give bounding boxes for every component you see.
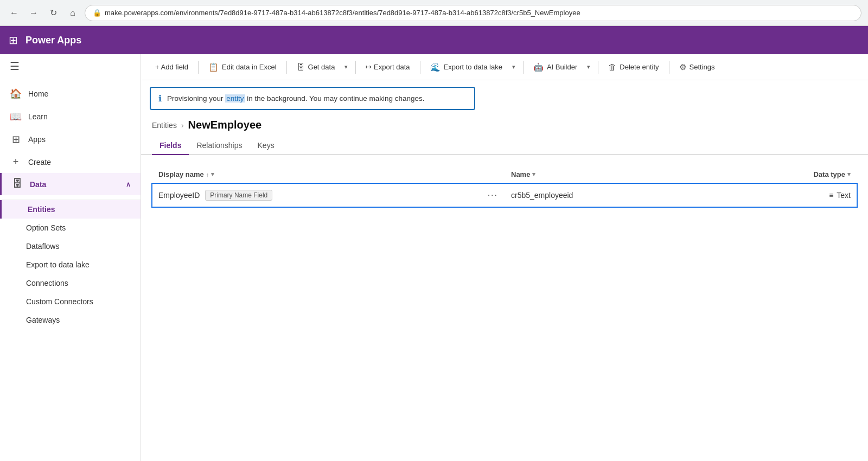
toolbar-divider-7 bbox=[669, 61, 669, 74]
add-field-label: + Add field bbox=[155, 63, 188, 71]
get-data-dropdown-button[interactable]: ▾ bbox=[341, 60, 351, 74]
waffle-icon[interactable]: ⊞ bbox=[9, 34, 18, 47]
employee-display-name-cell: EmployeeID Primary Name Field ··· bbox=[152, 183, 505, 208]
home-icon: 🏠 bbox=[10, 88, 22, 100]
get-data-btn-group: 🗄 Get data ▾ bbox=[291, 59, 352, 75]
get-data-button[interactable]: 🗄 Get data bbox=[291, 59, 341, 75]
table-header-row: Display name ↑ ▾ Name ▾ bbox=[152, 166, 857, 183]
export-data-label: ↦ Export data bbox=[366, 63, 410, 71]
name-filter-icon: ▾ bbox=[532, 171, 535, 178]
sidebar-top-nav: 🏠 Home 📖 Learn ⊞ Apps + Create 🗄 Da bbox=[0, 78, 141, 200]
apps-icon: ⊞ bbox=[10, 133, 22, 145]
tab-keys[interactable]: Keys bbox=[250, 137, 282, 155]
tab-relationships-label: Relationships bbox=[196, 141, 242, 150]
settings-icon: ⚙ bbox=[679, 62, 686, 72]
ai-builder-icon: 🤖 bbox=[533, 62, 544, 72]
tab-fields-label: Fields bbox=[159, 141, 181, 150]
gateways-label: Gateways bbox=[26, 316, 60, 324]
data-icon: 🗄 bbox=[11, 178, 23, 190]
info-icon: ℹ bbox=[158, 93, 162, 104]
edit-excel-button[interactable]: 📋 Edit data in Excel bbox=[203, 59, 282, 75]
submenu-item-dataflows[interactable]: Dataflows bbox=[0, 237, 141, 255]
forward-button[interactable]: → bbox=[26, 5, 41, 21]
data-expand-icon: ∧ bbox=[126, 181, 131, 188]
export-data-button[interactable]: ↦ Export data bbox=[360, 60, 415, 74]
col-header-name[interactable]: Name ▾ bbox=[505, 166, 716, 183]
toolbar-divider-1 bbox=[198, 61, 199, 74]
toolbar-divider-6 bbox=[598, 61, 598, 74]
main-content: + Add field 📋 Edit data in Excel 🗄 Get d… bbox=[141, 54, 868, 461]
primary-name-badge: Primary Name Field bbox=[205, 190, 272, 201]
ai-builder-chevron-icon: ▾ bbox=[587, 63, 590, 71]
employee-data-type: Text bbox=[837, 191, 851, 200]
sidebar-item-learn[interactable]: 📖 Learn bbox=[0, 105, 141, 128]
export-lake-label: Export to data lake bbox=[444, 63, 502, 71]
browser-chrome: ← → ↻ ⌂ 🔒 make.powerapps.com/environment… bbox=[0, 0, 868, 26]
delete-entity-button[interactable]: 🗑 Delete entity bbox=[603, 59, 664, 75]
tab-relationships[interactable]: Relationships bbox=[189, 137, 250, 155]
breadcrumb-entities-link[interactable]: Entities bbox=[152, 121, 177, 130]
back-button[interactable]: ← bbox=[7, 5, 22, 21]
toolbar-divider-4 bbox=[420, 61, 420, 74]
url-text: make.powerapps.com/environments/7ed8d91e… bbox=[105, 9, 580, 17]
ai-builder-dropdown-button[interactable]: ▾ bbox=[584, 60, 593, 74]
sidebar-item-home[interactable]: 🏠 Home bbox=[0, 82, 141, 105]
ai-builder-button[interactable]: 🤖 AI Builder bbox=[528, 59, 583, 75]
toolbar-divider-3 bbox=[355, 61, 356, 74]
submenu-item-option-sets[interactable]: Option Sets bbox=[0, 219, 141, 237]
export-lake-btn-group: 🌊 Export to data lake ▾ bbox=[425, 59, 519, 75]
row-actions-button[interactable]: ··· bbox=[488, 190, 498, 200]
export-lake-dropdown-button[interactable]: ▾ bbox=[509, 60, 519, 74]
add-field-button[interactable]: + Add field bbox=[150, 60, 194, 74]
employee-display-name: EmployeeID bbox=[158, 191, 200, 200]
home-button[interactable]: ⌂ bbox=[65, 5, 80, 21]
submenu-item-custom-connectors[interactable]: Custom Connectors bbox=[0, 292, 141, 311]
custom-connectors-label: Custom Connectors bbox=[26, 297, 93, 306]
page-title: NewEmployee bbox=[188, 119, 262, 131]
reload-button[interactable]: ↻ bbox=[46, 5, 61, 21]
app-header: ⊞ Power Apps bbox=[0, 26, 868, 54]
sidebar-toggle[interactable]: ☰ bbox=[0, 54, 141, 78]
display-name-col-label: Display name bbox=[158, 170, 204, 178]
tabs-bar: Fields Relationships Keys bbox=[141, 137, 868, 155]
edit-excel-label: Edit data in Excel bbox=[222, 63, 276, 71]
tab-keys-label: Keys bbox=[258, 141, 275, 150]
get-data-label: Get data bbox=[308, 63, 335, 71]
display-name-sort-icon: ↑ bbox=[206, 171, 209, 178]
page-header: Entities › NewEmployee bbox=[141, 110, 868, 137]
data-type-filter-icon: ▾ bbox=[847, 171, 851, 178]
banner-text-after: in the background. You may continue maki… bbox=[245, 94, 425, 103]
sidebar-item-create[interactable]: + Create bbox=[0, 151, 141, 173]
submenu-item-export-lake[interactable]: Export to data lake bbox=[0, 255, 141, 274]
learn-icon: 📖 bbox=[10, 111, 22, 123]
col-header-display-name[interactable]: Display name ↑ ▾ bbox=[152, 166, 505, 183]
tab-fields[interactable]: Fields bbox=[152, 137, 189, 155]
delete-entity-label: Delete entity bbox=[620, 63, 659, 71]
submenu-item-gateways[interactable]: Gateways bbox=[0, 311, 141, 329]
breadcrumb-separator: › bbox=[181, 121, 184, 130]
ai-builder-btn-group: 🤖 AI Builder ▾ bbox=[528, 59, 593, 75]
address-bar[interactable]: 🔒 make.powerapps.com/environments/7ed8d9… bbox=[85, 5, 861, 21]
sidebar-item-apps[interactable]: ⊞ Apps bbox=[0, 128, 141, 151]
banner-highlight: entity bbox=[225, 94, 245, 103]
employee-name: cr5b5_employeeid bbox=[511, 191, 573, 200]
toolbar: + Add field 📋 Edit data in Excel 🗄 Get d… bbox=[141, 54, 868, 80]
col-header-data-type[interactable]: Data type ▾ bbox=[716, 166, 857, 183]
settings-button[interactable]: ⚙ Settings bbox=[674, 59, 720, 75]
sidebar: ☰ 🏠 Home 📖 Learn ⊞ Apps + Create bbox=[0, 54, 141, 461]
provisioning-banner: ℹ Provisioning your entity in the backgr… bbox=[150, 87, 475, 110]
submenu-item-connections[interactable]: Connections bbox=[0, 274, 141, 292]
sidebar-item-data[interactable]: 🗄 Data ∧ bbox=[0, 173, 141, 195]
sidebar-item-apps-label: Apps bbox=[28, 135, 46, 144]
fields-table-container: Display name ↑ ▾ Name ▾ bbox=[141, 155, 868, 461]
submenu-item-entities[interactable]: Entities bbox=[0, 200, 141, 219]
table-row[interactable]: EmployeeID Primary Name Field ··· cr5b5_… bbox=[152, 183, 857, 208]
export-lake-button[interactable]: 🌊 Export to data lake bbox=[425, 59, 508, 75]
get-data-icon: 🗄 bbox=[297, 62, 305, 72]
name-col-label: Name bbox=[511, 170, 530, 178]
banner-text: Provisioning your entity in the backgrou… bbox=[167, 94, 425, 103]
settings-label: Settings bbox=[690, 63, 715, 71]
banner-text-before: Provisioning your bbox=[167, 94, 225, 103]
delete-entity-icon: 🗑 bbox=[608, 62, 616, 72]
ai-builder-label: AI Builder bbox=[547, 63, 577, 71]
